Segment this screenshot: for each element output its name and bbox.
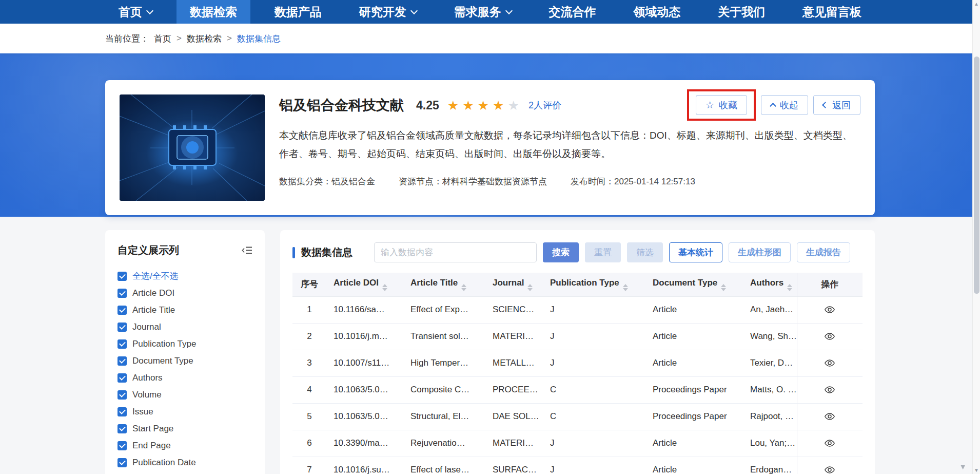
checkbox-checked-icon[interactable] (117, 356, 127, 366)
star-icon[interactable]: ★ (478, 99, 489, 112)
filter-button[interactable]: 筛选 (627, 242, 663, 262)
scrollbar-up-arrow[interactable]: ▲ (973, 1, 980, 7)
view-icon[interactable] (824, 411, 835, 422)
checkbox-checked-icon[interactable] (117, 441, 127, 450)
column-toggle-item[interactable]: Document Type (117, 352, 252, 369)
checkbox-checked-icon[interactable] (117, 323, 127, 332)
table-toolbar: 数据集信息 搜索 重置 筛选 基本统计 生成柱形图 生成报告 (292, 242, 863, 262)
sort-icon[interactable] (382, 284, 387, 291)
column-toggle-item[interactable]: Start Page (117, 420, 252, 437)
breadcrumb-item[interactable]: 首页 (154, 33, 171, 45)
dataset-table-panel: 数据集信息 搜索 重置 筛选 基本统计 生成柱形图 生成报告 序号Article… (280, 230, 875, 474)
collapse-button[interactable]: 收起 (761, 95, 808, 115)
collapse-columns-icon[interactable] (242, 246, 252, 255)
column-header-journal[interactable]: Journal (485, 273, 543, 296)
bar-chart-button[interactable]: 生成柱形图 (729, 242, 791, 262)
checkbox-checked-icon[interactable] (117, 289, 127, 298)
view-icon[interactable] (824, 331, 835, 342)
dataset-card: 铝及铝合金科技文献 4.25 ★★★★★ 2人评价 ☆ 收藏 收起 (105, 80, 875, 215)
nav-item-1[interactable]: 首页 (105, 0, 166, 24)
cell-doi: 10.3390/ma… (326, 430, 403, 457)
column-toggle-item[interactable]: Volume (117, 386, 252, 403)
favorite-button[interactable]: ☆ 收藏 (696, 95, 747, 115)
column-toggle-item[interactable]: Publication Type (117, 335, 252, 352)
cell-doc_type: Article (645, 430, 743, 457)
cell-authors: An, Jaeh… (743, 296, 797, 323)
cell-doc_type: Article (645, 350, 743, 376)
rating-count-link[interactable]: 2人评价 (528, 99, 561, 111)
column-toggle-item[interactable]: Authors (117, 369, 252, 386)
checkbox-checked-icon[interactable] (117, 407, 127, 416)
cell-actions (797, 403, 863, 430)
table-header-row: 序号Article DOIArticle TitleJournalPublica… (292, 273, 863, 296)
column-toggle-item[interactable]: Journal (117, 318, 252, 335)
cell-no: 4 (292, 376, 326, 403)
star-icon[interactable]: ★ (507, 99, 519, 112)
view-icon[interactable] (824, 438, 835, 449)
column-toggle-item[interactable]: Publication Date (117, 454, 252, 471)
view-icon[interactable] (824, 357, 835, 369)
sort-icon[interactable] (721, 284, 726, 291)
column-toggle-select-all[interactable]: 全选/全不选 (117, 268, 252, 285)
star-icon[interactable]: ★ (447, 99, 459, 112)
nav-item-2[interactable]: 数据检索 (177, 0, 250, 24)
sort-icon[interactable] (787, 284, 792, 291)
cell-doi: 10.1063/5.0… (326, 376, 403, 403)
star-icon[interactable]: ★ (462, 99, 474, 112)
cell-authors: Wang, Sh… (743, 323, 797, 350)
view-icon[interactable] (824, 384, 835, 395)
column-header-doc_type[interactable]: Document Type (645, 273, 743, 296)
view-icon[interactable] (824, 304, 835, 315)
cell-actions (797, 296, 863, 323)
sort-icon[interactable] (461, 284, 466, 291)
banner: 铝及铝合金科技文献 4.25 ★★★★★ 2人评价 ☆ 收藏 收起 (0, 53, 980, 217)
column-toggle-item[interactable]: End Page (117, 437, 252, 454)
sort-icon[interactable] (527, 284, 533, 291)
search-button[interactable]: 搜索 (543, 242, 579, 262)
nav-item-9[interactable]: 意见留言板 (789, 0, 875, 24)
basic-stats-button[interactable]: 基本统计 (669, 242, 722, 262)
nav-item-8[interactable]: 关于我们 (704, 0, 778, 24)
checkbox-checked-icon[interactable] (117, 458, 127, 467)
nav-item-6[interactable]: 交流合作 (535, 0, 609, 24)
meta-node-label: 资源节点： (399, 177, 442, 186)
checkbox-checked-icon[interactable] (117, 373, 127, 383)
column-toggle-label: Volume (132, 390, 162, 400)
view-icon[interactable] (824, 464, 835, 474)
back-button[interactable]: 返回 (813, 95, 860, 115)
checkbox-checked-icon[interactable] (117, 424, 127, 433)
sort-icon[interactable] (623, 284, 628, 291)
checkbox-checked-icon[interactable] (117, 306, 127, 315)
checkbox-checked-icon[interactable] (117, 339, 127, 349)
column-toggle-label: Publication Date (132, 458, 196, 468)
column-toggle-item[interactable]: Issue (117, 403, 252, 420)
checkbox-checked-icon[interactable] (117, 272, 127, 281)
cell-actions (797, 350, 863, 376)
scrollbar-thumb[interactable] (974, 56, 979, 294)
cell-title: Structural, El… (403, 403, 485, 430)
star-icon[interactable]: ★ (493, 99, 504, 112)
column-toggle-item[interactable]: Article DOI (117, 285, 252, 301)
breadcrumb-item[interactable]: 数据集信息 (237, 33, 281, 45)
nav-item-5[interactable]: 需求服务 (441, 0, 525, 24)
column-header-pub_type[interactable]: Publication Type (543, 273, 645, 296)
column-header-label: Journal (493, 278, 524, 288)
column-header-title[interactable]: Article Title (403, 273, 485, 296)
search-input[interactable] (374, 242, 537, 262)
cell-no: 5 (292, 403, 326, 430)
nav-item-4[interactable]: 研究开发 (346, 0, 430, 24)
window-scrollbar[interactable]: ▲ ▼ (972, 0, 980, 474)
report-button[interactable]: 生成报告 (797, 242, 850, 262)
nav-item-3[interactable]: 数据产品 (261, 0, 335, 24)
cell-no: 6 (292, 430, 326, 457)
column-header-doi[interactable]: Article DOI (326, 273, 403, 296)
cell-title: High Temper… (403, 350, 485, 376)
nav-item-7[interactable]: 领域动态 (620, 0, 694, 24)
column-header-authors[interactable]: Authors (743, 273, 797, 296)
breadcrumb-item[interactable]: 数据检索 (187, 33, 222, 45)
scrollbar-down-arrow[interactable]: ▼ (973, 467, 980, 473)
breadcrumb-items: 首页>数据检索>数据集信息 (154, 33, 281, 45)
reset-button[interactable]: 重置 (585, 242, 621, 262)
column-toggle-item[interactable]: Article Title (117, 301, 252, 318)
checkbox-checked-icon[interactable] (117, 390, 127, 400)
